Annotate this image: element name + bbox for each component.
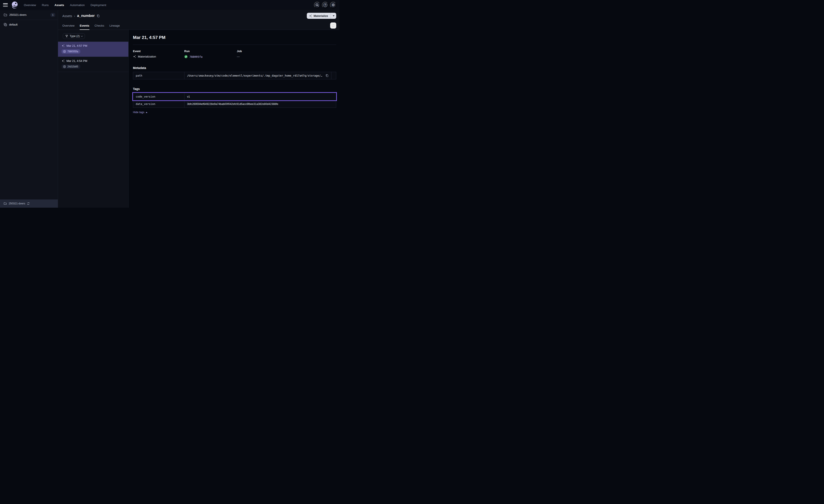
- run-id-label: 2fd32b85: [67, 65, 78, 68]
- page-title: a_number: [77, 14, 95, 18]
- asset-count-badge: 1: [50, 13, 55, 17]
- settings-button[interactable]: ⚙: [330, 2, 336, 8]
- chevron-down-icon: [81, 35, 83, 36]
- folder-icon: [3, 13, 7, 17]
- run-status-icon: [63, 50, 66, 53]
- tags-table: code_version v1 data_version 3bfc269594e…: [133, 93, 336, 108]
- event-timestamp: Mar 21, 4:54 PM: [67, 59, 87, 62]
- tab-checks[interactable]: Checks: [95, 22, 104, 30]
- tag-key: data_version: [133, 100, 185, 108]
- table-gutter: [331, 72, 336, 79]
- event-list-item[interactable]: Mar 21, 4:54 PM 2fd32b85: [58, 57, 128, 72]
- tab-lineage[interactable]: Lineage: [110, 22, 120, 30]
- reload-location-icon[interactable]: [27, 202, 30, 205]
- sidebar-item-group-default[interactable]: default: [0, 20, 58, 29]
- event-summary-grid: Event Materialization Run 788005fa: [133, 49, 336, 58]
- event-timestamp: Mar 21, 4:57 PM: [67, 44, 87, 47]
- divider: [133, 44, 336, 45]
- search-icon: [315, 3, 319, 7]
- run-column-label: Run: [184, 49, 237, 53]
- asset-group-icon: [3, 23, 7, 26]
- tab-events[interactable]: Events: [80, 22, 89, 30]
- table-row-data-version: data_version 3bfc269594ef649228e9a74bab0…: [133, 100, 336, 108]
- materialize-dropdown-button[interactable]: [331, 13, 336, 19]
- page-header: Assets › a_number Materialize: [58, 10, 339, 22]
- materialization-sparkle-icon: [62, 44, 65, 47]
- top-nav: Overview Runs Assets Automation Deployme…: [0, 0, 339, 10]
- event-column-label: Event: [133, 49, 184, 53]
- tag-value: v1: [185, 93, 336, 100]
- asset-catalog-sidebar: 250321-dvers 1 default 250321-dvers: [0, 10, 58, 208]
- event-detail-panel: Mar 21, 4:57 PM Event Materialization Ru…: [129, 30, 339, 208]
- breadcrumb-assets[interactable]: Assets: [62, 14, 72, 18]
- nav-item-runs[interactable]: Runs: [40, 3, 50, 8]
- tab-overview[interactable]: Overview: [62, 22, 75, 30]
- event-list-panel: Type (2) Mar 21, 4:57 PM 788005fa: [58, 30, 129, 208]
- materialization-sparkle-icon: [133, 55, 136, 58]
- table-row-code-version: code_version v1: [133, 93, 336, 100]
- primary-nav: Overview Runs Assets Automation Deployme…: [22, 3, 107, 8]
- metadata-path-link[interactable]: /Users/smackesey/stm/code/elementl/exper…: [187, 74, 324, 77]
- run-id-label: 788005fa: [67, 50, 78, 53]
- tags-heading: Tags: [133, 87, 336, 91]
- nav-item-automation[interactable]: Automation: [69, 3, 86, 8]
- run-success-icon: [184, 55, 188, 58]
- hide-tags-label: Hide tags: [133, 111, 144, 114]
- asset-tabs: Overview Events Checks Lineage: [58, 22, 339, 30]
- hide-tags-button[interactable]: Hide tags: [133, 111, 147, 114]
- dagster-logo-icon[interactable]: [11, 1, 19, 9]
- materialization-sparkle-icon: [62, 59, 65, 62]
- job-value: —: [237, 55, 240, 58]
- hamburger-menu-icon[interactable]: [3, 3, 8, 7]
- run-id-pill[interactable]: 2fd32b85: [62, 65, 80, 69]
- sync-icon: [332, 24, 335, 27]
- gear-icon: ⚙: [331, 3, 335, 7]
- job-column-label: Job: [237, 49, 336, 53]
- type-filter-label: Type (2): [70, 35, 80, 38]
- folder-icon: [3, 202, 7, 205]
- sidebar-footer-code-location[interactable]: 250321-dvers: [0, 200, 58, 208]
- copy-path-button[interactable]: [325, 74, 329, 77]
- tag-key: code_version: [133, 93, 185, 100]
- materialize-button[interactable]: Materialize: [307, 13, 331, 19]
- metadata-key: path: [133, 72, 185, 79]
- table-row: path /Users/smackesey/stm/code/elementl/…: [133, 72, 336, 79]
- metadata-table: path /Users/smackesey/stm/code/elementl/…: [133, 72, 336, 80]
- run-id-pill[interactable]: 788005fa: [62, 49, 80, 54]
- metadata-heading: Metadata: [133, 66, 336, 70]
- copy-asset-name-button[interactable]: [97, 14, 100, 17]
- sidebar-item-code-location[interactable]: 250321-dvers 1: [0, 10, 58, 20]
- code-location-label: 250321-dvers: [9, 13, 48, 16]
- nav-item-assets[interactable]: Assets: [53, 3, 66, 8]
- event-list-item-selected[interactable]: Mar 21, 4:57 PM 788005fa: [58, 42, 128, 57]
- refresh-button[interactable]: [330, 22, 336, 29]
- filter-funnel-icon: [65, 35, 68, 38]
- event-detail-title: Mar 21, 4:57 PM: [133, 35, 336, 40]
- breadcrumb-separator: ›: [74, 14, 75, 18]
- tag-value: 3bfc269594ef649228e9a74bab00f042efc91d5a…: [185, 100, 336, 108]
- caret-up-icon: [146, 112, 147, 113]
- sparkle-icon: [309, 14, 312, 17]
- materialize-label: Materialize: [314, 14, 328, 17]
- nav-actions: ? ⚙: [314, 2, 336, 8]
- type-filter-button[interactable]: Type (2): [63, 33, 85, 39]
- group-label: default: [9, 23, 55, 26]
- run-id-link[interactable]: 788005fa: [189, 55, 202, 58]
- event-type-value: Materialization: [138, 55, 156, 58]
- help-icon: ?: [323, 3, 327, 7]
- materialize-split-button: Materialize: [307, 13, 336, 19]
- footer-code-location-label: 250321-dvers: [9, 202, 25, 205]
- caret-down-icon: [333, 15, 334, 16]
- help-button[interactable]: ?: [322, 2, 328, 8]
- event-list: Mar 21, 4:57 PM 788005fa Mar 21, 4:54 PM: [58, 41, 128, 72]
- nav-item-overview[interactable]: Overview: [22, 3, 37, 8]
- search-button[interactable]: [314, 2, 320, 8]
- nav-item-deployment[interactable]: Deployment: [89, 3, 107, 8]
- run-status-icon: [63, 65, 66, 68]
